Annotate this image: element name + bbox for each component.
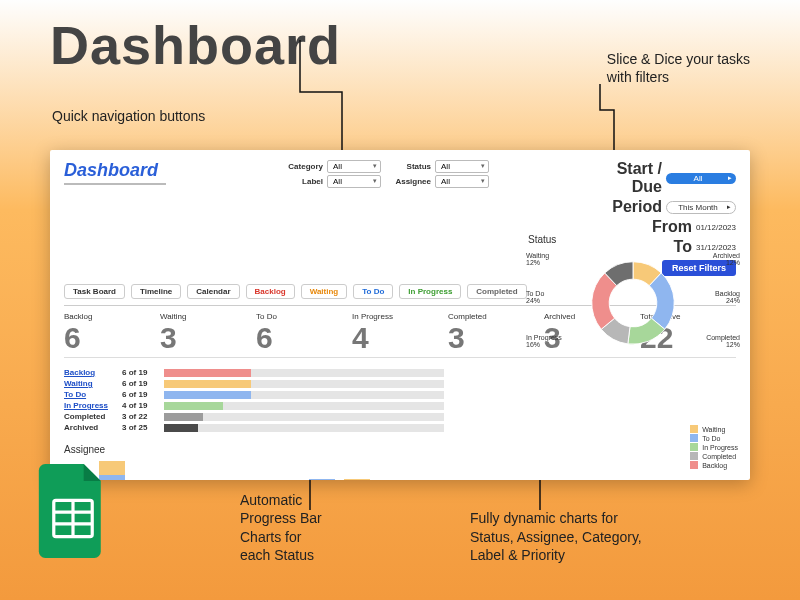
progress-label[interactable]: To Do <box>64 390 116 399</box>
progress-bar <box>164 391 444 399</box>
status-title: Status <box>528 234 738 245</box>
progress-label[interactable]: In Progress <box>64 401 116 410</box>
progress-count: 4 of 19 <box>122 401 158 410</box>
progress-bar <box>164 402 444 410</box>
status-donut-chart <box>558 248 708 358</box>
progress-row: Completed3 of 22 <box>64 412 736 421</box>
progress-label[interactable]: Backlog <box>64 368 116 377</box>
progress-row: To Do6 of 19 <box>64 390 736 399</box>
progress-label[interactable]: Completed <box>64 412 116 421</box>
legend-item: Completed <box>690 452 738 460</box>
stat-in-progress: In Progress4 <box>352 312 448 358</box>
from-date: 01/12/2023 <box>696 223 736 232</box>
hero-title: Dashboard <box>50 14 341 76</box>
filter-label: Category <box>285 162 323 171</box>
nav-waiting[interactable]: Waiting <box>301 284 348 299</box>
category-select[interactable]: All <box>327 160 381 173</box>
legend-item: To Do <box>690 434 738 442</box>
assignee-bar <box>309 479 335 480</box>
sheets-icon <box>38 464 108 558</box>
progress-row: In Progress4 of 19 <box>64 401 736 410</box>
progress-row: Backlog6 of 19 <box>64 368 736 377</box>
assignee-bar <box>344 479 370 480</box>
period-select[interactable]: This Month <box>666 201 736 214</box>
startdue-select[interactable]: All <box>666 173 736 184</box>
filter-group: CategoryAll LabelAll StatusAll AssigneeA… <box>285 160 489 188</box>
progress-count: 3 of 25 <box>122 423 158 432</box>
progress-label[interactable]: Archived <box>64 423 116 432</box>
progress-bar <box>164 380 444 388</box>
legend-item: In Progress <box>690 443 738 451</box>
callout-bars: Automatic Progress Bar Charts for each S… <box>240 491 322 564</box>
progress-bar <box>164 369 444 377</box>
status-select[interactable]: All <box>435 160 489 173</box>
assignee-title: Assignee <box>64 444 736 455</box>
filter-label: Status <box>393 162 431 171</box>
status-panel: Status Waiting12% Archived12% To Do24% B… <box>528 234 738 362</box>
progress-label[interactable]: Waiting <box>64 379 116 388</box>
progress-count: 6 of 19 <box>122 379 158 388</box>
stat-to-do: To Do6 <box>256 312 352 358</box>
progress-block: Backlog6 of 19Waiting6 of 19To Do6 of 19… <box>64 368 736 432</box>
legend-item: Waiting <box>690 425 738 433</box>
callout-charts: Fully dynamic charts for Status, Assigne… <box>470 509 642 564</box>
nav-completed[interactable]: Completed <box>467 284 526 299</box>
callout-filters: Slice & Dice your tasks with filters <box>607 50 750 86</box>
status-legend: WaitingTo DoIn ProgressCompletedBacklog <box>690 424 738 470</box>
nav-calendar[interactable]: Calendar <box>187 284 239 299</box>
nav-timeline[interactable]: Timeline <box>131 284 181 299</box>
filter-label: Assignee <box>393 177 431 186</box>
progress-count: 3 of 22 <box>122 412 158 421</box>
stat-waiting: Waiting3 <box>160 312 256 358</box>
label-select[interactable]: All <box>327 175 381 188</box>
progress-bar <box>164 424 444 432</box>
progress-row: Archived3 of 25 <box>64 423 736 432</box>
filter-label: Start / Due <box>608 160 662 196</box>
assignee-chart <box>64 459 736 480</box>
filter-label: Label <box>285 177 323 186</box>
nav-task-board[interactable]: Task Board <box>64 284 125 299</box>
dashboard-title: Dashboard <box>64 160 166 185</box>
filter-label: Period <box>608 198 662 216</box>
stat-backlog: Backlog6 <box>64 312 160 358</box>
dashboard-card: Dashboard CategoryAll LabelAll StatusAll… <box>50 150 750 480</box>
progress-row: Waiting6 of 19 <box>64 379 736 388</box>
nav-backlog[interactable]: Backlog <box>246 284 295 299</box>
progress-bar <box>164 413 444 421</box>
assignee-select[interactable]: All <box>435 175 489 188</box>
nav-in-progress[interactable]: In Progress <box>399 284 461 299</box>
progress-count: 6 of 19 <box>122 390 158 399</box>
progress-count: 6 of 19 <box>122 368 158 377</box>
callout-nav: Quick navigation buttons <box>52 108 205 124</box>
legend-item: Backlog <box>690 461 738 469</box>
nav-to-do[interactable]: To Do <box>353 284 393 299</box>
